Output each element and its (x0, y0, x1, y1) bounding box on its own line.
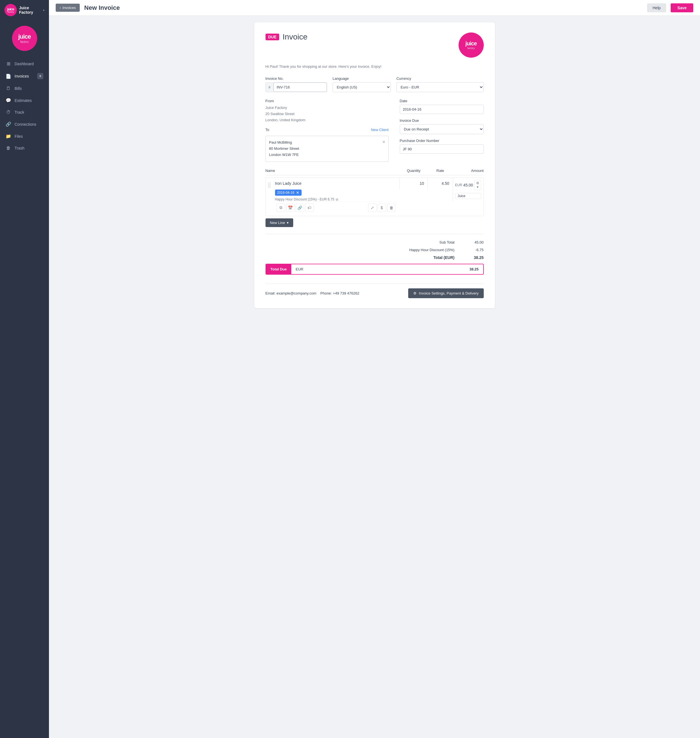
amount-currency: EUR (455, 183, 462, 187)
new-line-label: New Line (270, 221, 285, 225)
sidebar-item-connections[interactable]: 🔗 Connections (0, 118, 49, 130)
col-rate-header: Rate (428, 169, 453, 173)
subtotal-value: 45.00 (461, 240, 484, 245)
item-action-tax[interactable]: $ (378, 203, 386, 212)
drag-handle-icon[interactable]: ⣿ (266, 178, 273, 190)
to-close-button[interactable]: ✕ (382, 139, 385, 146)
discount-row: Happy Hour Discount (15%) -6.75 (266, 246, 484, 254)
from-group: From Juice Factory 20 Swallow Street Lon… (266, 99, 388, 123)
sidebar-logo: juice factory (4, 4, 17, 16)
invoice-header: DUE Invoice juice factory (266, 32, 484, 57)
sidebar-item-files[interactable]: 📁 Files (0, 130, 49, 142)
item-tag: Juice (455, 193, 481, 199)
sidebar-item-invoices[interactable]: 📄 Invoices + (0, 70, 49, 82)
from-address: Juice Factory 20 Swallow Street London, … (266, 105, 388, 123)
date-group: Date (400, 99, 484, 114)
new-line-button[interactable]: New Line ▾ (266, 218, 293, 227)
date-label: Date (400, 99, 484, 103)
language-label: Language (333, 77, 391, 81)
sidebar-item-label: Files (15, 134, 23, 138)
sidebar-logo-factory: factory (20, 40, 28, 43)
sidebar-item-label: Invoices (15, 74, 29, 78)
language-group: Language English (US) (333, 77, 391, 92)
subtotal-row: Sub Total 45.00 (266, 239, 484, 246)
gear-settings-icon: ⚙ (413, 291, 416, 295)
po-number-input[interactable] (400, 144, 484, 154)
to-header: To New Client (266, 128, 388, 132)
item-amount-col: EUR 45.00 ⚙ ▾ Juice (453, 178, 484, 201)
invoice-title: Invoice (282, 32, 307, 41)
bills-icon: 🗒 (6, 86, 11, 91)
col-amount-header: Amount (453, 169, 484, 173)
add-invoice-button[interactable]: + (37, 73, 43, 79)
sidebar-nav: ⊞ Dashboard 📄 Invoices + 🗒 Bills 💬 Estim… (0, 57, 49, 154)
sidebar-header[interactable]: juice factory Juice Factory ▾ (0, 0, 49, 20)
estimates-icon: 💬 (6, 98, 11, 103)
copy-icon[interactable]: ⧉ (277, 203, 285, 212)
totals-section: Sub Total 45.00 Happy Hour Discount (15%… (266, 234, 484, 275)
po-number-group: Purchase Order Number (400, 138, 484, 154)
sidebar-item-label: Connections (15, 122, 36, 127)
due-badge: DUE (266, 34, 279, 40)
help-button[interactable]: Help (647, 3, 666, 12)
page-title: New Invoice (84, 4, 120, 12)
invoice-logo-juice: juice (465, 41, 477, 46)
email-label: Email: (266, 291, 276, 295)
po-number-label: Purchase Order Number (400, 138, 484, 143)
phone-label: Phone: (321, 291, 332, 295)
remove-discount-button[interactable]: ⊗ (335, 197, 338, 202)
item-date-badge: 2016-04-16 ✕ (275, 189, 397, 196)
email-value: example@company.com (276, 291, 316, 295)
link-icon[interactable]: 🔗 (296, 203, 304, 212)
logo-juice-text: juice (7, 7, 14, 11)
save-button[interactable]: Save (671, 3, 693, 12)
sidebar-item-label: Track (15, 110, 24, 115)
company-name: Juice Factory (19, 6, 41, 15)
item-rate-col (428, 178, 453, 189)
date-input[interactable] (400, 105, 484, 114)
currency-group: Currency Euro - EUR (396, 77, 484, 92)
item-action-move[interactable]: ⤢ (368, 203, 376, 212)
invoice-meta-row: Invoice No. # Language English (US) Curr… (266, 77, 484, 92)
back-button[interactable]: ‹ Invoices (56, 4, 80, 12)
total-row: Total (EUR) 38.25 (266, 254, 484, 261)
language-select[interactable]: English (US) (333, 82, 391, 92)
total-label: Total (EUR) (405, 255, 461, 260)
sidebar-item-dashboard[interactable]: ⊞ Dashboard (0, 57, 49, 70)
item-discount: Happy Hour Discount (15%) - EUR 6.75 ⊗ (275, 197, 397, 202)
amount-value: 45.00 (463, 183, 473, 187)
sidebar-item-label: Trash (15, 146, 24, 150)
invoice-settings-button[interactable]: ⚙ Invoice Settings, Payment & Delivery (408, 288, 484, 298)
sidebar-item-bills[interactable]: 🗒 Bills (0, 82, 49, 94)
col-quantity-header: Quantity (400, 169, 428, 173)
total-due-currency: EUR (296, 267, 303, 271)
invoice-due-label: Invoice Due (400, 118, 484, 122)
invoice-due-select[interactable]: Due on Receipt (400, 124, 484, 134)
new-client-link[interactable]: New Client (371, 128, 388, 132)
sidebar-item-label: Estimates (15, 98, 32, 103)
calendar-icon[interactable]: 📅 (286, 203, 295, 212)
item-rate-input[interactable] (430, 180, 450, 187)
total-due-badge: Total Due (266, 264, 291, 274)
gear-button[interactable]: ⚙ ▾ (474, 180, 481, 190)
sidebar-item-trash[interactable]: 🗑 Trash (0, 142, 49, 154)
tag-icon[interactable]: 🏷 (305, 203, 314, 212)
line-item: ⣿ 2016-04-16 ✕ Happy Hour Discount (15%)… (266, 178, 484, 216)
main-area: ‹ Invoices New Invoice Help Save DUE Inv… (49, 0, 700, 738)
invoice-card: DUE Invoice juice factory Hi Paul! Thank… (254, 22, 495, 308)
col-name-header: Name (266, 169, 400, 173)
currency-label: Currency (396, 77, 484, 81)
sidebar-item-track[interactable]: ⏱ Track (0, 106, 49, 118)
remove-date-button[interactable]: ✕ (296, 190, 299, 195)
currency-select[interactable]: Euro - EUR (396, 82, 484, 92)
content-area: DUE Invoice juice factory Hi Paul! Thank… (49, 16, 700, 738)
item-name-input[interactable] (275, 180, 397, 187)
logo-factory-text: factory (7, 11, 14, 13)
from-name: Juice Factory (266, 105, 388, 111)
item-quantity-input[interactable] (402, 180, 425, 187)
item-action-delete[interactable]: 🗑 (387, 203, 396, 212)
sidebar-item-label: Dashboard (15, 62, 34, 66)
sidebar-item-estimates[interactable]: 💬 Estimates (0, 94, 49, 106)
invoice-no-hash: # (266, 83, 274, 91)
invoice-no-input[interactable] (274, 82, 327, 92)
